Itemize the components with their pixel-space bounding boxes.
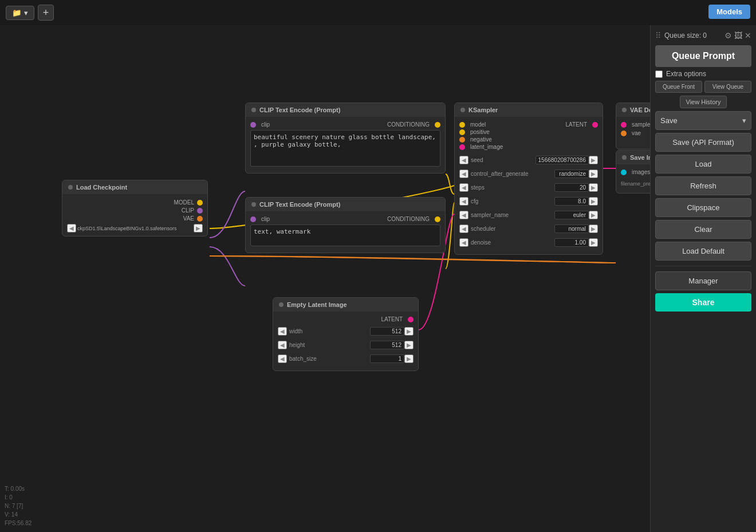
canvas: Load Checkpoint MODEL CLIP VAE ◀ ckpSD1.… (0, 25, 756, 532)
load-default-button[interactable]: Load Default (655, 242, 751, 261)
steps-next-btn[interactable]: ▶ (589, 183, 598, 192)
image-icon-btn[interactable]: 🖼 (734, 31, 742, 40)
port-clip-dot (197, 208, 203, 214)
port-latent-out (592, 122, 598, 128)
refresh-button[interactable]: Refresh (655, 176, 751, 195)
node-clip2-title: CLIP Text Encode (Prompt) (259, 201, 340, 208)
batch-next-btn[interactable]: ▶ (404, 354, 414, 363)
manager-button[interactable]: Manager (655, 271, 751, 290)
node-latent-content: LATENT ◀ width 512 ▶ ◀ height 512 ▶ ◀ ba… (273, 312, 418, 371)
clear-button[interactable]: Clear (655, 220, 751, 239)
load-button[interactable]: Load (655, 155, 751, 174)
latent-height-row: ◀ height 512 ▶ (278, 338, 414, 351)
close-panel-btn[interactable]: ✕ (745, 31, 751, 40)
statusbar: T: 0.00s I: 0 N: 7 [7] V: 14 FPS:56.82 (5, 484, 32, 527)
drag-handle-icon: ⠿ (655, 31, 661, 40)
clipspace-button[interactable]: Clipspace (655, 198, 751, 217)
port-positive-in (459, 129, 465, 135)
node-latent-dot (279, 302, 284, 307)
save-api-button[interactable]: Save (API Format) (655, 133, 751, 152)
param-cfg-label: cfg (468, 198, 554, 204)
queue-size-label: Queue size: 0 (664, 31, 707, 40)
port-samples-in (621, 122, 627, 128)
queue-sub-buttons-row: Queue Front View Queue (655, 81, 751, 93)
port-negative-in (459, 137, 465, 143)
port-clip2-out (435, 216, 440, 222)
steps-prev-btn[interactable]: ◀ (459, 183, 468, 192)
node-ksampler-content: model LATENT positive negative latent_im… (455, 117, 603, 254)
queue-front-button[interactable]: Queue Front (655, 81, 702, 93)
node-clip2-content: clip CONDITIONING text, watermark (246, 211, 445, 253)
param-seed-label: seed (468, 157, 536, 163)
queue-prompt-button[interactable]: Queue Prompt (655, 45, 751, 67)
node-clip1-header: CLIP Text Encode (Prompt) (246, 103, 445, 117)
node-clip1-content: clip CONDITIONING beautiful scenery natu… (246, 117, 445, 173)
clip1-textarea[interactable]: beautiful scenery nature glass bottle la… (250, 130, 440, 167)
param-control-row: ◀ control_after_generate randomize ▶ (459, 167, 598, 180)
height-next-btn[interactable]: ▶ (404, 341, 414, 349)
param-scheduler-value: normal (554, 224, 589, 233)
width-next-btn[interactable]: ▶ (404, 327, 414, 336)
param-steps-label: steps (468, 184, 554, 191)
node-clip2-dot (251, 202, 256, 207)
view-queue-button[interactable]: View Queue (704, 81, 751, 93)
extra-options-label: Extra options (666, 70, 706, 78)
save-button[interactable]: Save ▾ (655, 111, 751, 130)
port-model-in-label: model (470, 121, 486, 128)
param-sampler-value: euler (554, 211, 589, 219)
share-button[interactable]: Share (655, 293, 751, 312)
scheduler-prev-btn[interactable]: ◀ (459, 224, 468, 233)
seed-prev-btn[interactable]: ◀ (459, 156, 468, 164)
view-history-button[interactable]: View History (680, 96, 727, 108)
clip2-textarea[interactable]: text, watermark (250, 224, 440, 246)
node-clip2: CLIP Text Encode (Prompt) clip CONDITION… (245, 197, 446, 253)
model-next-button[interactable]: ▶ (194, 224, 203, 232)
panel-divider (655, 266, 751, 266)
seed-next-btn[interactable]: ▶ (589, 156, 598, 164)
node-empty-latent: Empty Latent Image LATENT ◀ width 512 ▶ … (273, 297, 419, 371)
extra-options-row: Extra options (655, 70, 751, 78)
port-model-in (459, 122, 465, 128)
port-vae-label: VAE (183, 215, 194, 222)
clip1-ports: clip CONDITIONING (250, 121, 440, 128)
extra-options-checkbox[interactable] (655, 70, 663, 78)
port-images-label: images (632, 169, 650, 175)
latent-batch-row: ◀ batch_size 1 ▶ (278, 352, 414, 365)
sampler-prev-btn[interactable]: ◀ (459, 211, 468, 219)
port-latent-out-label: LATENT (565, 121, 587, 128)
scheduler-next-btn[interactable]: ▶ (589, 224, 598, 233)
height-prev-btn[interactable]: ◀ (278, 341, 287, 349)
port-model-row: MODEL (67, 199, 203, 206)
cfg-prev-btn[interactable]: ◀ (459, 197, 468, 206)
width-prev-btn[interactable]: ◀ (278, 327, 287, 336)
node-clip1-dot (251, 108, 256, 112)
models-button[interactable]: Models (708, 5, 750, 19)
clip1-input: clip (250, 121, 273, 128)
denoise-prev-btn[interactable]: ◀ (459, 238, 468, 247)
cfg-next-btn[interactable]: ▶ (589, 197, 598, 206)
folder-button[interactable]: 📁 ▾ (6, 6, 34, 20)
model-prev-button[interactable]: ◀ (67, 224, 76, 232)
add-button[interactable]: + (38, 5, 54, 21)
settings-icon-btn[interactable]: ⚙ (724, 31, 732, 40)
control-prev-btn[interactable]: ◀ (459, 170, 468, 178)
param-control-value: randomize (554, 170, 589, 178)
latent-height-label: height (287, 342, 370, 348)
view-history-row: View History (655, 96, 751, 108)
node-latent-title: Empty Latent Image (287, 301, 347, 308)
port-model-label: MODEL (174, 199, 194, 206)
folder-dropdown-arrow: ▾ (24, 9, 28, 17)
clip1-output: CONDITIONING (384, 121, 440, 128)
ksampler-model-row: model LATENT (459, 121, 598, 128)
param-cfg-row: ◀ cfg 8.0 ▶ (459, 195, 598, 207)
status-i: I: 0 (5, 493, 32, 502)
port-clip1-out-label: CONDITIONING (387, 121, 430, 128)
param-seed-value: 156680208700286 (536, 156, 589, 164)
ksampler-negative-row: negative (459, 136, 598, 143)
batch-prev-btn[interactable]: ◀ (278, 354, 287, 363)
control-next-btn[interactable]: ▶ (589, 170, 598, 178)
status-n: N: 7 [7] (5, 502, 32, 510)
sampler-next-btn[interactable]: ▶ (589, 211, 598, 219)
denoise-next-btn[interactable]: ▶ (589, 238, 598, 247)
plus-icon: + (43, 7, 49, 19)
